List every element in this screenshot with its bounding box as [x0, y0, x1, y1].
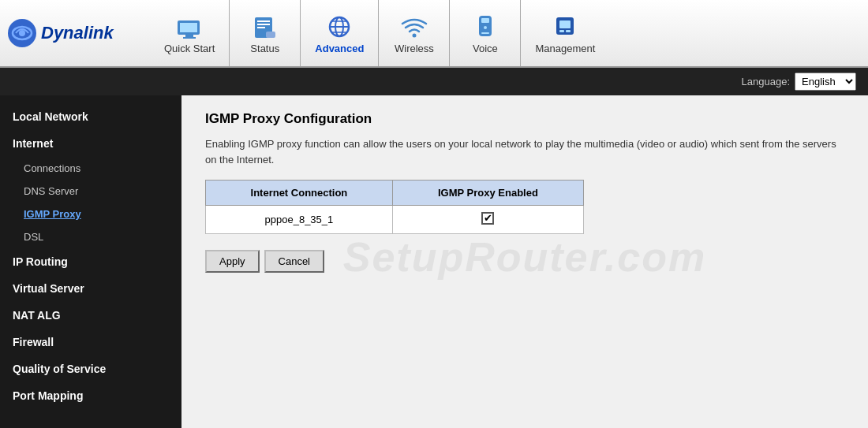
- nav-label-quick-start: Quick Start: [164, 43, 215, 54]
- svg-point-19: [484, 26, 487, 29]
- nav-item-voice[interactable]: Voice: [449, 0, 520, 66]
- nav-item-quick-start[interactable]: Quick Start: [150, 0, 229, 66]
- svg-rect-23: [559, 30, 564, 32]
- col-header-enabled: IGMP Proxy Enabled: [392, 181, 583, 206]
- main-layout: Local Network Internet Connections DNS S…: [0, 95, 868, 428]
- sidebar-item-nat-alg[interactable]: NAT ALG: [0, 302, 181, 329]
- sidebar-item-dns-server[interactable]: DNS Server: [0, 180, 181, 203]
- svg-rect-8: [257, 24, 270, 25]
- apply-button[interactable]: Apply: [205, 250, 260, 273]
- nav-label-voice: Voice: [473, 43, 498, 54]
- nav-label-status: Status: [250, 43, 279, 54]
- svg-rect-24: [566, 30, 571, 32]
- management-icon: [549, 13, 581, 41]
- svg-rect-3: [180, 23, 197, 32]
- sidebar: Local Network Internet Connections DNS S…: [0, 95, 181, 428]
- cell-connection: pppoe_8_35_1: [206, 206, 393, 234]
- svg-rect-22: [559, 20, 571, 28]
- advanced-icon: [324, 13, 355, 41]
- sidebar-item-virtual-server[interactable]: Virtual Server: [0, 275, 181, 302]
- nav-item-advanced[interactable]: Advanced: [300, 0, 378, 66]
- table-row: pppoe_8_35_1: [206, 206, 584, 234]
- igmp-table: Internet Connection IGMP Proxy Enabled p…: [205, 180, 584, 234]
- button-row: Apply Cancel: [205, 250, 844, 273]
- cancel-button[interactable]: Cancel: [264, 250, 324, 273]
- description: Enabling IGMP proxy function can allow t…: [205, 136, 844, 167]
- nav-item-management[interactable]: Management: [520, 0, 609, 66]
- svg-rect-9: [257, 27, 265, 28]
- page-title: IGMP Proxy Configuration: [205, 111, 844, 127]
- sidebar-item-firewall[interactable]: Firewall: [0, 329, 181, 355]
- logo: Dynalink: [8, 19, 126, 47]
- sidebar-item-local-network[interactable]: Local Network: [0, 103, 181, 130]
- svg-point-16: [412, 33, 416, 37]
- sidebar-item-dsl[interactable]: DSL: [0, 225, 181, 248]
- svg-rect-10: [266, 32, 275, 38]
- voice-icon: [470, 13, 501, 41]
- quick-start-icon: [174, 13, 205, 41]
- content-area: SetupRouter.com IGMP Proxy Configuration…: [181, 95, 868, 428]
- header: Dynalink Quick Start: [0, 0, 868, 68]
- sidebar-item-port-mapping[interactable]: Port Mapping: [0, 382, 181, 409]
- col-header-connection: Internet Connection: [206, 181, 393, 206]
- svg-rect-20: [481, 32, 489, 34]
- nav-item-wireless[interactable]: Wireless: [378, 0, 449, 66]
- main-nav: Quick Start Status: [150, 0, 860, 66]
- language-label: Language:: [742, 76, 790, 87]
- nav-label-advanced: Advanced: [315, 43, 364, 54]
- language-select[interactable]: English Chinese French German Spanish: [795, 73, 856, 91]
- sidebar-item-connections[interactable]: Connections: [0, 157, 181, 180]
- nav-item-status[interactable]: Status: [229, 0, 300, 66]
- svg-rect-4: [185, 35, 193, 37]
- sidebar-item-ip-routing[interactable]: IP Routing: [0, 248, 181, 275]
- logo-icon: [8, 19, 36, 47]
- svg-rect-18: [481, 18, 489, 23]
- language-bar: Language: English Chinese French German …: [0, 68, 868, 95]
- igmp-enabled-checkbox[interactable]: [481, 212, 494, 225]
- svg-rect-5: [183, 37, 196, 39]
- sidebar-item-igmp-proxy[interactable]: IGMP Proxy: [0, 203, 181, 225]
- wireless-icon: [398, 13, 430, 41]
- logo-text: Dynalink: [41, 23, 114, 43]
- content-inner: IGMP Proxy Configuration Enabling IGMP p…: [205, 111, 844, 273]
- sidebar-item-internet[interactable]: Internet: [0, 130, 181, 157]
- sidebar-item-quality-of-service[interactable]: Quality of Service: [0, 355, 181, 382]
- svg-rect-7: [257, 20, 270, 22]
- nav-label-wireless: Wireless: [395, 43, 434, 54]
- cell-enabled[interactable]: [392, 206, 583, 234]
- status-icon: [249, 13, 281, 41]
- nav-label-management: Management: [535, 43, 595, 54]
- svg-point-1: [19, 30, 25, 36]
